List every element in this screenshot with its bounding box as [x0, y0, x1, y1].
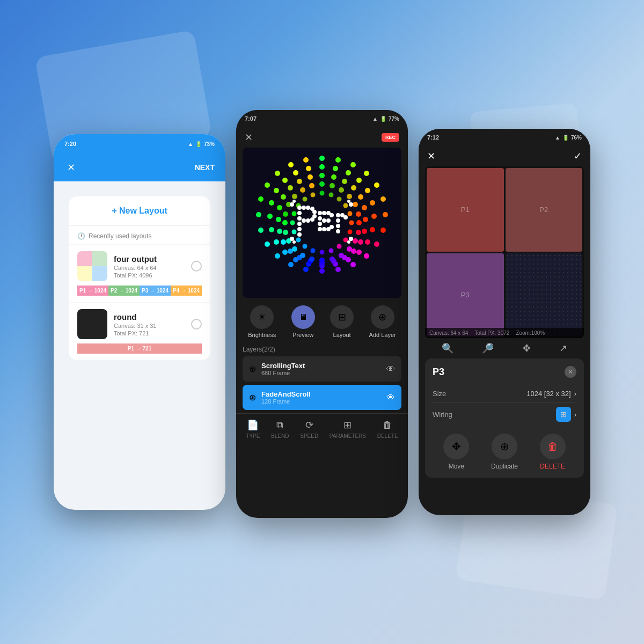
svg-point-91 — [283, 211, 288, 217]
tool-preview[interactable]: 🖥 Preview — [291, 305, 315, 338]
layout-totalpx-round: Total PX: 721 — [114, 330, 185, 336]
layer-fade-and-scroll[interactable]: ⊛ FadeAndScroll 128 Frame 👁 — [243, 385, 401, 410]
phone3-close[interactable]: ✕ — [427, 150, 435, 162]
size-value[interactable]: 1024 [32 x 32] › — [526, 390, 576, 398]
svg-point-75 — [347, 194, 352, 199]
text-p — [297, 206, 317, 237]
layer-name-scrolling: ScrollingText — [261, 362, 381, 370]
svg-point-16 — [265, 241, 270, 247]
svg-point-117 — [297, 211, 302, 215]
svg-point-96 — [320, 191, 325, 196]
phone2-status-icons: ▲ 🔋 77% — [372, 116, 399, 122]
svg-point-130 — [318, 211, 322, 215]
phone1-close[interactable]: ✕ — [64, 161, 77, 174]
type-label: TYPE — [246, 433, 260, 439]
svg-point-143 — [336, 218, 340, 223]
layout-radio-four-output[interactable] — [191, 261, 202, 272]
svg-point-138 — [326, 218, 331, 223]
rec-button[interactable]: REC — [382, 133, 399, 142]
duplicate-button[interactable]: ⊕ Duplicate — [491, 434, 518, 470]
phones-container: 7:20 ▲ 🔋 73% ✕ NEXT + New Layout 🕐 Recen… — [54, 126, 590, 518]
layout-name: four output — [114, 254, 185, 264]
canvas-cursor-icon[interactable]: ✥ — [523, 342, 531, 354]
layer-scrolling-text[interactable]: ⊛ ScrollingText 680 Frame 👁 — [243, 356, 401, 382]
svg-point-79 — [356, 230, 361, 235]
svg-point-98 — [337, 197, 342, 202]
delete-icon-bottom: 🗑 — [383, 420, 392, 431]
panel-p1[interactable]: P1 — [427, 168, 504, 252]
port-p4: P4 → 1024 — [171, 286, 202, 296]
move-icon: ✥ — [443, 434, 469, 459]
eye-icon-fade[interactable]: 👁 — [386, 393, 395, 402]
phone3-nav: ✕ ✓ — [419, 150, 590, 166]
svg-point-81 — [347, 246, 352, 252]
layer-frames-fade: 128 Frame — [261, 398, 381, 405]
preview-label: Preview — [292, 332, 313, 338]
phone2-time: 7:07 — [245, 115, 257, 122]
svg-point-148 — [290, 202, 294, 207]
delete-button[interactable]: 🗑 DELETE — [540, 434, 566, 470]
bottom-tool-delete[interactable]: 🗑 DELETE — [377, 420, 398, 439]
svg-point-90 — [282, 220, 288, 225]
panel-p2[interactable]: P2 — [506, 168, 583, 252]
layout-radio-round[interactable] — [191, 319, 202, 330]
move-button[interactable]: ✥ Move — [443, 434, 469, 470]
svg-point-30 — [371, 214, 377, 219]
layout-item-four-output[interactable]: four output Canvas: 64 x 64 Total PX: 40… — [69, 244, 210, 302]
svg-point-55 — [362, 229, 367, 234]
phone2-close[interactable]: ✕ — [245, 131, 253, 143]
tool-add-layer[interactable]: ⊕ Add Layer — [369, 305, 396, 338]
bottom-tool-speed[interactable]: ⟳ SPEED — [300, 419, 318, 439]
svg-point-116 — [297, 206, 302, 210]
svg-point-11 — [335, 267, 341, 272]
toolbar-row: ☀ Brightness 🖥 Preview ⊞ Layout ⊕ Add La… — [236, 298, 408, 342]
panel-detail-close[interactable]: ✕ — [565, 366, 576, 378]
bottom-tool-blend[interactable]: ⧉ BLEND — [271, 420, 289, 439]
canvas-share-icon[interactable]: ↗ — [559, 342, 567, 354]
eye-icon-scrolling[interactable]: 👁 — [386, 364, 395, 374]
phone2: 7:07 ▲ 🔋 77% ✕ REC — [236, 110, 408, 518]
svg-point-47 — [306, 166, 311, 171]
canvas-info-zoom: Zoom:100% — [516, 330, 545, 336]
svg-point-93 — [292, 194, 297, 199]
canvas-search-icon[interactable]: 🔍 — [442, 342, 453, 354]
new-layout-button[interactable]: + New Layout — [69, 196, 210, 226]
detail-row-wiring[interactable]: Wiring ⊞ › — [433, 402, 576, 426]
svg-point-145 — [336, 229, 340, 233]
panel-p3[interactable]: P3 — [427, 253, 504, 337]
clock-icon: 🕐 — [77, 232, 85, 240]
bottom-tool-type[interactable]: 📄 TYPE — [246, 419, 260, 439]
svg-point-51 — [351, 185, 356, 191]
layout-item-round[interactable]: round Canvas: 31 x 31 Total PX: 721 P1 →… — [69, 302, 210, 360]
wifi-icon-3: ▲ — [555, 135, 560, 141]
phone1-battery: 73% — [204, 141, 215, 147]
phone1-next[interactable]: NEXT — [195, 163, 215, 172]
layout-canvas-round: Canvas: 31 x 31 — [114, 323, 185, 329]
svg-point-131 — [318, 216, 322, 221]
svg-point-78 — [356, 220, 362, 225]
bottom-tool-parameters[interactable]: ⊞ PARAMETERS — [330, 419, 366, 439]
duplicate-icon: ⊕ — [492, 434, 517, 459]
canvas-zoom-icon[interactable]: 🔎 — [482, 342, 494, 354]
svg-point-76 — [353, 202, 358, 207]
svg-point-52 — [358, 194, 363, 200]
svg-point-136 — [330, 213, 334, 217]
thumb-round-display — [77, 309, 107, 339]
svg-point-45 — [282, 178, 288, 183]
tool-brightness[interactable]: ☀ Brightness — [248, 305, 276, 338]
svg-point-70 — [297, 179, 302, 184]
tool-layout[interactable]: ⊞ Layout — [330, 305, 354, 338]
phone3-confirm[interactable]: ✓ — [574, 150, 582, 162]
svg-point-123 — [306, 206, 310, 210]
port-p3: P3 → 1024 — [140, 286, 171, 296]
layer-info-fade: FadeAndScroll 128 Frame — [261, 390, 381, 405]
svg-point-17 — [258, 228, 264, 233]
thumb-q1 — [77, 251, 92, 266]
svg-point-54 — [363, 217, 368, 222]
svg-point-82 — [339, 253, 344, 258]
size-value-text: 1024 [32 x 32] — [526, 390, 570, 398]
svg-point-20 — [265, 182, 270, 188]
svg-point-32 — [365, 239, 370, 245]
svg-point-100 — [348, 211, 353, 216]
svg-point-112 — [292, 211, 297, 216]
